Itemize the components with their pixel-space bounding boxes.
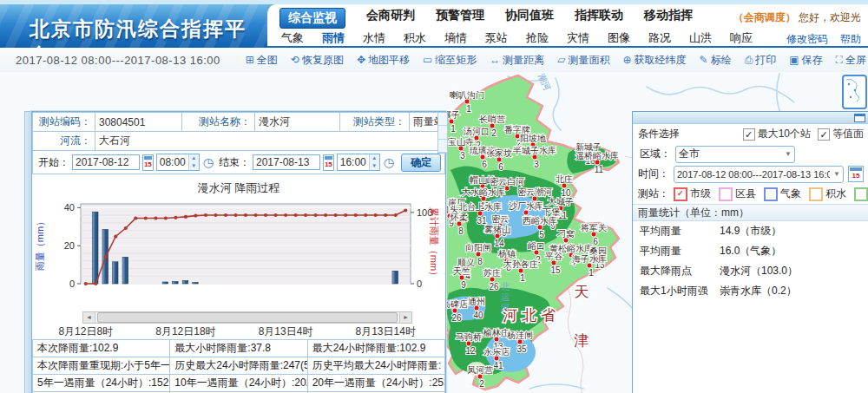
station-name: 遥桥峪水库 [575, 151, 619, 160]
line-point [364, 213, 367, 217]
window-restore-icon[interactable] [854, 114, 865, 122]
station-value: 8 [477, 257, 483, 266]
svg-text:0: 0 [69, 278, 75, 289]
rain-bar [193, 283, 199, 285]
station-value: 1 [450, 124, 456, 134]
station-value: 26 [451, 313, 462, 323]
spin-down-icon[interactable]: ▼ [370, 162, 379, 170]
checkbox-icon: ✓ [674, 187, 687, 201]
station-name: 平谷 [545, 252, 562, 261]
river-value: 大石河 [95, 132, 445, 151]
checkbox-label: 气象 [780, 187, 801, 201]
station-value: 6 [498, 162, 503, 172]
rain-bar [162, 282, 168, 284]
scroll-right-icon[interactable]: ► [399, 312, 411, 323]
station-name: 大水峪水库 [462, 187, 505, 197]
station-type-checkbox[interactable]: 泵站 [854, 187, 868, 201]
summary-row: 本次降雨量重现期:小于5年一遇历史最大24小时降雨量:247(54-7-22)历… [33, 357, 445, 375]
scroll-left-icon[interactable]: ◄ [83, 312, 95, 323]
station-value: 40 [473, 311, 483, 320]
station-type-checkbox[interactable]: 区县 [719, 187, 756, 201]
stat-value: 16.0（气象） [720, 244, 781, 259]
time-calendar-icon[interactable]: 15 [848, 166, 864, 182]
station-value: 41 [493, 361, 503, 370]
end-calendar-icon[interactable]: 15 [323, 154, 334, 171]
panel-collapse-strip[interactable] [437, 112, 448, 154]
end-time-stepper[interactable]: 16:00 ▲▼ [337, 154, 380, 171]
summary-cell: 本次降雨量:102.9 [33, 340, 170, 357]
rain-stats-rows: 平均雨量14.9（市级）平均雨量16.0（气象）最大降雨点漫水河（103.0）最… [633, 221, 868, 301]
x-tick-label: 8月12日18时 [151, 324, 220, 339]
station-type-checkbox[interactable]: 气象 [764, 187, 801, 201]
station-name: 张家坟 [486, 148, 512, 158]
station-name: 北台上水库 [458, 202, 502, 212]
filter-checkbox[interactable]: ✓等值面 [818, 127, 864, 141]
station-value: 8 [458, 226, 464, 236]
station-value: 5 [539, 230, 544, 239]
station-value: 1 [589, 268, 594, 278]
station-type-checkboxes: ✓市级区县气象积水泵站 [674, 187, 868, 201]
scrollbar-thumb[interactable] [97, 312, 398, 323]
station-value: 11 [595, 165, 604, 174]
line-point [334, 213, 338, 217]
line-point [324, 213, 327, 217]
filter-checkbox[interactable]: ✓最大10个站 [743, 127, 811, 141]
station-type-checkbox[interactable]: ✓市级 [674, 187, 711, 201]
stat-row: 最大降雨点漫水河（103.0） [633, 261, 868, 281]
line-point [304, 213, 307, 217]
checkbox-icon [809, 187, 823, 201]
app-logo: 北京市防汛综合指挥平台 [0, 4, 267, 48]
station-value: 1 [466, 104, 471, 114]
start-calendar-icon[interactable]: 15 [142, 154, 154, 171]
station-value: 1 [520, 273, 525, 283]
start-date-input[interactable] [72, 154, 140, 170]
end-clock-icon[interactable]: ◷ [384, 155, 394, 169]
station-name: 大孙各庄 [503, 259, 538, 269]
stat-value: 漫水河（103.0） [720, 264, 798, 278]
stat-label: 平均雨量 [640, 244, 720, 259]
line-point [154, 216, 157, 219]
stat-label: 最大降雨点 [640, 264, 720, 278]
station-name: 天竺 [453, 266, 470, 276]
x-tick-label: 8月13日4时 [251, 324, 320, 339]
end-date-input[interactable] [253, 154, 320, 170]
time-select[interactable]: 2017-08-12 08:00---2017-08-13 16:00 ▼ [674, 166, 844, 183]
stat-value: 崇青水库（0.2） [720, 284, 797, 298]
spin-up-icon[interactable]: ▲ [189, 154, 199, 162]
spin-down-icon[interactable]: ▼ [189, 162, 199, 170]
stat-label: 最大1小时雨强 [640, 284, 720, 298]
station-name: 马驹桥 [456, 332, 482, 342]
province-label: 河北省 [503, 307, 560, 324]
start-time-stepper[interactable]: 08:00 ▲▼ [156, 154, 200, 171]
mini-overview-map[interactable] [842, 75, 867, 109]
line-point [253, 213, 257, 217]
line-point [134, 216, 137, 219]
line-point [94, 282, 97, 285]
station-name: 凤河营 [467, 365, 493, 375]
line-point [284, 213, 287, 217]
station-name: 长哨营 [479, 115, 505, 124]
station-name: 向阳闸 [465, 243, 491, 252]
chart-scrollbar[interactable]: ◄ ► [82, 311, 412, 324]
confirm-button[interactable]: 确定 [401, 154, 441, 172]
x-tick-label: 8月13日14时 [351, 324, 420, 339]
station-detail-panel: 测站编码： 30804501 测站名称： 漫水河 测站类型： 雨量站 河流： 大… [31, 111, 446, 393]
station-name: 大城子 [548, 197, 574, 206]
station-name: 杨洼闸 [506, 331, 533, 340]
start-clock-icon[interactable]: ◷ [203, 155, 214, 169]
line-point [294, 213, 298, 217]
stat-row: 平均雨量16.0（气象） [633, 241, 868, 261]
line-point [184, 215, 187, 219]
station-value: 6 [482, 160, 487, 169]
station-value: 35 [516, 344, 527, 354]
station-type-checkbox[interactable]: 积水 [809, 187, 846, 201]
station-value: 9 [461, 280, 466, 290]
region-select[interactable]: 全市 ▼ [675, 146, 795, 163]
station-code-label: 测站编码： [33, 113, 95, 132]
spin-up-icon[interactable]: ▲ [370, 154, 379, 162]
station-name: 杨镇 [497, 249, 516, 259]
river-label: 河流： [33, 132, 95, 151]
stat-value: 14.9（市级） [720, 224, 781, 239]
time-range-controls: 开始： 15 08:00 ▲▼ ◷ 结束： 15 16:00 ▲▼ ◷ 确定 [32, 151, 445, 174]
line-point [84, 282, 88, 285]
